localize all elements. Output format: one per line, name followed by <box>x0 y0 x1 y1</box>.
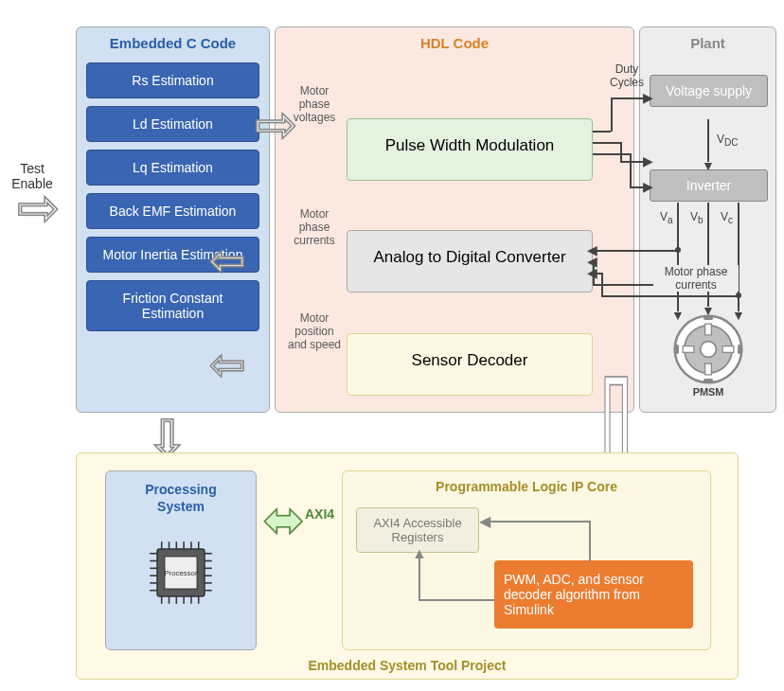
voltage-supply-block: Voltage supply <box>650 75 768 107</box>
vc-label: Vc <box>721 210 733 225</box>
svg-text:Processor: Processor <box>164 569 198 577</box>
pwm-line3-v <box>630 153 632 186</box>
mpc-label: Motor phase currents <box>653 265 739 292</box>
adc-line3v <box>601 273 603 296</box>
inverter-block: Inverter <box>650 169 768 202</box>
processing-system-panel: Processing System Processor <box>105 470 257 650</box>
adc-in-label: Motor phase currents <box>285 207 344 247</box>
ip-arrow-bot-h <box>419 599 494 601</box>
vdc-line <box>707 119 709 162</box>
bottom-title: Embedded System Tool Project <box>77 658 738 673</box>
processing-system-title: Processing System <box>106 471 256 519</box>
processor-chip-icon: Processor <box>144 536 218 610</box>
pwm-line1-h <box>593 131 611 133</box>
vb-label: Vb <box>690 210 704 225</box>
svg-rect-6 <box>722 346 734 353</box>
plant-title: Plant <box>640 27 775 55</box>
ip-arrow-top-h <box>485 521 589 523</box>
ipcore-title: Programmable Logic IP Core <box>343 471 710 498</box>
svg-rect-7 <box>674 345 679 354</box>
adc-line1 <box>593 250 678 252</box>
pwm-line2-h <box>593 142 620 144</box>
svg-rect-4 <box>705 363 712 375</box>
est-btn-lq: Lq Estimation <box>86 150 259 186</box>
svg-rect-3 <box>705 324 712 335</box>
sdec-in-label: Motor position and speed <box>285 311 344 351</box>
embedded-c-title: Embedded C Code <box>77 27 269 55</box>
est-btn-rs: Rs Estimation <box>86 62 259 98</box>
est-btn-backemf: Back EMF Estimation <box>86 193 259 229</box>
svg-rect-10 <box>704 379 713 383</box>
adc-block: Analog to Digital Converter <box>347 230 593 292</box>
pmsm-motor-icon: PMSM <box>668 310 748 397</box>
pwm-line2-v <box>620 142 622 161</box>
va-label: Va <box>660 210 673 225</box>
simulink-block: PWM, ADC, and sensor decoder algorithm f… <box>494 560 693 629</box>
adc-line3h <box>593 273 602 275</box>
axi4-label: AXI4 <box>305 506 334 522</box>
adc-line3 <box>601 295 739 297</box>
svg-rect-8 <box>738 345 742 354</box>
svg-rect-9 <box>704 315 713 320</box>
pwm-line1-h2 <box>611 97 647 99</box>
svg-rect-5 <box>683 346 694 353</box>
ip-arrow-top-v <box>589 521 591 561</box>
ip-arrow-bot-v <box>419 557 420 600</box>
pwm-line1-v <box>611 97 613 132</box>
pwm-line3-h <box>593 153 630 155</box>
est-btn-friction: Friction Constant Estimation <box>86 280 259 331</box>
ipcore-panel: Programmable Logic IP Core AXI4 Accessib… <box>342 470 711 650</box>
bottom-panel: Processing System Processor ⬌ AXI4 Progr… <box>76 452 739 680</box>
est-btn-ld: Ld Estimation <box>86 106 259 142</box>
hdl-title: HDL Code <box>276 27 633 55</box>
sdec-block: Sensor Decoder <box>347 333 593 396</box>
svg-point-2 <box>701 342 717 358</box>
svg-text:PMSM: PMSM <box>693 386 724 398</box>
duty-cycles-label: Duty Cycles <box>598 62 655 89</box>
vdc-label: VDC <box>717 133 738 148</box>
pwm-block: Pulse Width Modulation <box>347 118 593 181</box>
